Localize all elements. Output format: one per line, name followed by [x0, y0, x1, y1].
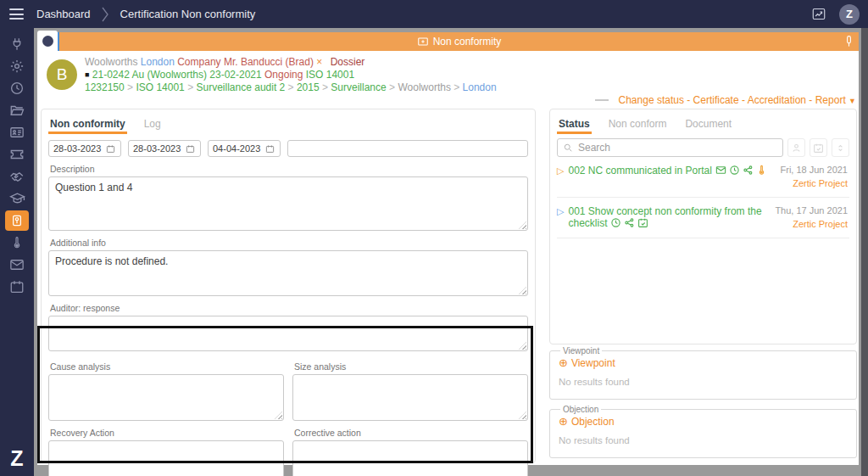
- breadcrumb-item[interactable]: Surveillance audit 2: [197, 81, 286, 93]
- date-field-3[interactable]: [208, 140, 281, 157]
- status-item-date: Thu, 17 Jun 2021: [775, 205, 848, 216]
- tab-status[interactable]: Status: [557, 116, 592, 134]
- dossier-link[interactable]: Dossier: [331, 56, 365, 68]
- sidebar-item-temperature[interactable]: [0, 232, 34, 254]
- breadcrumb-separator: >: [288, 81, 294, 93]
- recovery-action-textarea[interactable]: [48, 440, 284, 476]
- additional-info-field: Procedure is not defined.: [48, 250, 528, 296]
- sidebar-item-non-conformity[interactable]: [0, 210, 34, 232]
- non-conformity-form-card: Non conformity Log Description Question …: [41, 109, 536, 463]
- accreditation-link[interactable]: Accreditation: [748, 94, 806, 106]
- handshake-icon: [9, 169, 25, 185]
- calendar-small-icon[interactable]: [106, 144, 115, 154]
- sidebar-item-tickets[interactable]: [0, 143, 34, 165]
- sidebar-item-settings[interactable]: [0, 55, 34, 77]
- field-label: Additional info: [50, 238, 528, 248]
- report-link[interactable]: Report: [815, 94, 846, 106]
- filter-calendar-button[interactable]: [810, 138, 827, 157]
- status-item-project[interactable]: Zertic Project: [775, 219, 848, 229]
- breadcrumb-item[interactable]: London: [463, 81, 497, 93]
- status-list-item[interactable]: ▷ 002 NC communicated in Portal Fri, 18 …: [557, 157, 849, 198]
- auditor-response-textarea[interactable]: [48, 316, 528, 351]
- date-input-2[interactable]: [133, 143, 186, 154]
- location-link[interactable]: London: [141, 56, 175, 68]
- search-input[interactable]: [578, 142, 777, 154]
- status-list-item[interactable]: ▷ 001 Show concept non conformity from t…: [557, 198, 849, 238]
- tab-log[interactable]: Log: [142, 116, 163, 134]
- field-label: Recovery Action: [50, 428, 284, 438]
- cause-analysis-textarea[interactable]: [48, 374, 284, 421]
- add-objection-button[interactable]: ⊕Objection: [559, 415, 848, 428]
- contact-link[interactable]: Mr. Banducci (Brad): [224, 56, 314, 68]
- calendar-small-icon[interactable]: [265, 144, 275, 154]
- tab-non-conform[interactable]: Non conform: [607, 116, 669, 134]
- sidebar-item-history[interactable]: [0, 77, 34, 99]
- ticket-icon: [9, 147, 25, 162]
- search-field[interactable]: [557, 138, 783, 157]
- close-icon[interactable]: ×: [316, 56, 322, 68]
- user-avatar[interactable]: Z: [839, 4, 860, 25]
- bullet-square-icon: ■: [85, 70, 89, 79]
- empty-input-field[interactable]: [287, 140, 528, 157]
- date-input-1[interactable]: [53, 143, 106, 154]
- expand-triangle-icon[interactable]: ▷: [557, 205, 564, 217]
- share-icon[interactable]: [743, 165, 754, 176]
- drag-handle: [595, 99, 609, 101]
- status-item-project[interactable]: Zertic Project: [781, 178, 849, 188]
- corrective-action-field: [292, 440, 528, 476]
- clock-icon: [9, 81, 25, 96]
- sidebar-item-files[interactable]: [0, 99, 34, 121]
- sidebar-item-mail[interactable]: [0, 254, 34, 276]
- date-field-2[interactable]: [128, 140, 201, 157]
- sort-button[interactable]: [832, 138, 849, 157]
- vertical-scrollbar[interactable]: [861, 28, 868, 476]
- date-input-3[interactable]: [213, 143, 265, 154]
- line-chart-icon[interactable]: [810, 7, 827, 21]
- change-status-link[interactable]: Change status: [619, 94, 684, 106]
- breadcrumb-dashboard[interactable]: Dashboard: [36, 8, 91, 20]
- hamburger-menu-icon[interactable]: [9, 8, 24, 20]
- sidebar-item-partners[interactable]: [0, 165, 34, 188]
- size-analysis-textarea[interactable]: [292, 374, 528, 421]
- clock-icon[interactable]: [610, 217, 621, 228]
- tab-non-conformity[interactable]: Non conformity: [48, 116, 127, 134]
- sidebar-item-plug[interactable]: [0, 33, 34, 55]
- breadcrumb-separator: >: [187, 81, 193, 93]
- thermometer-icon[interactable]: [756, 165, 767, 176]
- additional-info-textarea[interactable]: Procedure is not defined.: [48, 250, 528, 296]
- objection-empty-text: No results found: [559, 435, 848, 445]
- record-tab[interactable]: [37, 31, 58, 51]
- breadcrumb-item[interactable]: Surveillance: [331, 81, 386, 93]
- expand-triangle-icon[interactable]: ▷: [557, 165, 564, 176]
- pin-icon[interactable]: [845, 35, 853, 48]
- folder-icon: [9, 103, 25, 118]
- calendar-small-icon[interactable]: [186, 144, 195, 154]
- breadcrumb-item[interactable]: 1232150: [85, 81, 125, 93]
- breadcrumb-item[interactable]: ISO 14001: [136, 81, 184, 93]
- breadcrumb-item[interactable]: Woolworths: [398, 81, 450, 93]
- audit-link[interactable]: 21-0242 Au (Woolworths) 23-02-2021: [92, 69, 262, 81]
- add-viewpoint-button[interactable]: ⊕Viewpoint: [559, 356, 848, 369]
- description-textarea[interactable]: Question 1 and 4: [48, 176, 528, 231]
- viewpoint-section: Viewpoint ⊕Viewpoint No results found: [549, 346, 857, 400]
- breadcrumb-item[interactable]: 2015: [297, 81, 320, 93]
- share-icon[interactable]: [624, 217, 635, 228]
- report-caret-icon[interactable]: ▼: [849, 97, 856, 105]
- person-icon: [791, 143, 802, 154]
- certificate-link[interactable]: Certificate: [693, 94, 739, 106]
- search-row: [557, 138, 849, 157]
- mail-icon[interactable]: [715, 165, 726, 176]
- sidebar-item-contacts[interactable]: [0, 121, 34, 143]
- filter-person-button[interactable]: [787, 138, 805, 157]
- mail-icon: [9, 257, 25, 272]
- record-line-company: Woolworths London Company Mr. Banducci (…: [85, 56, 364, 68]
- calendar-check-icon[interactable]: [637, 217, 648, 228]
- corrective-action-textarea[interactable]: [292, 440, 528, 476]
- page-title: Certification Non conformity: [120, 8, 256, 20]
- date-field-1[interactable]: [48, 140, 121, 157]
- sidebar-item-training[interactable]: [0, 188, 34, 210]
- sidebar-item-calendar[interactable]: [0, 276, 34, 298]
- clock-icon[interactable]: [729, 165, 740, 176]
- objection-legend: Objection: [560, 405, 601, 414]
- tab-document[interactable]: Document: [683, 116, 733, 134]
